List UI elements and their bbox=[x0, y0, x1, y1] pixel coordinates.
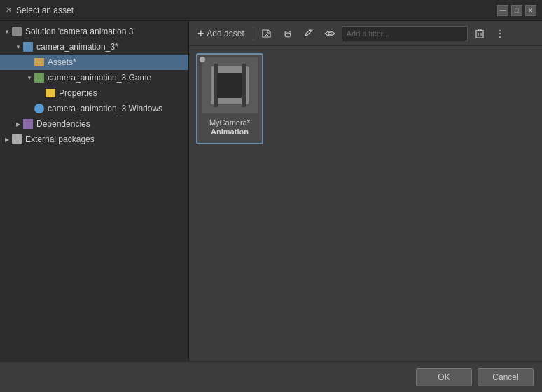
svg-rect-2 bbox=[476, 31, 483, 38]
project-item[interactable]: camera_animation_3* bbox=[0, 39, 188, 55]
film-icon bbox=[211, 66, 249, 104]
separator-1 bbox=[253, 27, 253, 41]
external-label: External packages bbox=[25, 134, 95, 144]
project-arrow bbox=[14, 43, 22, 51]
add-icon: + bbox=[197, 27, 204, 40]
svg-point-1 bbox=[328, 32, 331, 35]
asset-type: Animation bbox=[211, 127, 249, 136]
external-arrow bbox=[3, 135, 11, 144]
filter-input[interactable] bbox=[342, 26, 468, 41]
add-asset-label: Add asset bbox=[207, 29, 244, 38]
eye-icon bbox=[324, 29, 335, 38]
trash-icon bbox=[475, 28, 485, 39]
export-button[interactable] bbox=[258, 24, 276, 43]
assets-label: Assets* bbox=[48, 57, 76, 67]
cancel-button[interactable]: Cancel bbox=[478, 368, 534, 386]
asset-name: MyCamera* bbox=[209, 118, 250, 127]
svg-point-0 bbox=[285, 33, 291, 37]
windows-item[interactable]: camera_animation_3.Windows bbox=[0, 101, 188, 116]
ok-button[interactable]: OK bbox=[416, 368, 472, 386]
properties-folder-icon bbox=[45, 88, 56, 99]
delete-button[interactable] bbox=[471, 24, 489, 43]
edit-button[interactable] bbox=[300, 24, 318, 43]
footer: OK Cancel bbox=[0, 361, 542, 392]
dependencies-label: Dependencies bbox=[36, 119, 90, 129]
asset-card[interactable]: MyCamera* Animation bbox=[196, 53, 263, 144]
dependencies-arrow bbox=[14, 120, 22, 128]
assets-arrow bbox=[25, 58, 34, 66]
more-button[interactable]: ⋮ bbox=[492, 24, 510, 43]
main-content: Solution 'camera animation 3' camera_ani… bbox=[0, 21, 542, 361]
solution-icon bbox=[11, 26, 22, 37]
edit-icon bbox=[304, 29, 314, 38]
dependencies-item[interactable]: Dependencies bbox=[0, 116, 188, 132]
project-icon bbox=[22, 41, 34, 52]
assets-item[interactable]: Assets* bbox=[0, 55, 188, 70]
window-controls: — □ ✕ bbox=[497, 5, 536, 16]
assets-folder-icon bbox=[34, 57, 45, 68]
external-packages-item[interactable]: External packages bbox=[0, 132, 188, 147]
external-icon bbox=[11, 134, 22, 145]
windows-arrow bbox=[25, 104, 34, 113]
asset-thumbnail bbox=[202, 57, 258, 113]
solution-arrow bbox=[3, 27, 11, 36]
project-label: camera_animation_3* bbox=[36, 42, 118, 52]
dialog-icon: ✕ bbox=[6, 6, 12, 15]
game-label: camera_animation_3.Game bbox=[48, 73, 151, 83]
tree-panel: Solution 'camera animation 3' camera_ani… bbox=[0, 21, 189, 361]
minimize-button[interactable]: — bbox=[497, 5, 508, 16]
add-asset-button[interactable]: + Add asset bbox=[193, 24, 249, 43]
asset-grid: MyCamera* Animation bbox=[189, 46, 542, 361]
properties-item[interactable]: Properties bbox=[0, 85, 188, 101]
close-button[interactable]: ✕ bbox=[525, 5, 536, 16]
maximize-button[interactable]: □ bbox=[511, 5, 522, 16]
solution-label: Solution 'camera animation 3' bbox=[25, 27, 135, 36]
toolbar: + Add asset bbox=[189, 21, 542, 46]
game-arrow bbox=[25, 74, 34, 82]
right-panel: + Add asset bbox=[189, 21, 542, 361]
game-icon bbox=[34, 72, 45, 83]
dependencies-icon bbox=[22, 118, 34, 130]
properties-arrow bbox=[36, 89, 45, 97]
game-item[interactable]: camera_animation_3.Game bbox=[0, 70, 188, 85]
windows-icon bbox=[34, 103, 45, 114]
title-bar-left: ✕ Select an asset bbox=[6, 6, 74, 15]
import-icon bbox=[282, 29, 293, 38]
windows-label: camera_animation_3.Windows bbox=[48, 104, 162, 113]
card-indicator bbox=[200, 57, 205, 62]
properties-label: Properties bbox=[59, 88, 97, 98]
more-icon: ⋮ bbox=[495, 28, 506, 39]
film-inner bbox=[217, 73, 242, 98]
solution-item[interactable]: Solution 'camera animation 3' bbox=[0, 24, 188, 39]
dialog-title: Select an asset bbox=[16, 6, 74, 15]
export-icon bbox=[261, 29, 272, 38]
import-button[interactable] bbox=[279, 24, 297, 43]
title-bar: ✕ Select an asset — □ ✕ bbox=[0, 0, 542, 21]
visibility-button[interactable] bbox=[321, 24, 339, 43]
